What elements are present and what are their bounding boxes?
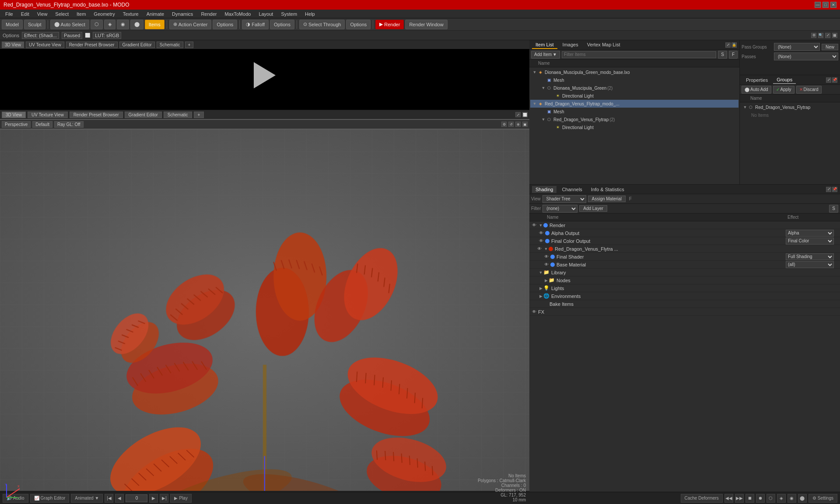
item-list-expand-icon[interactable]: ⤢ [725,42,731,48]
transport-prev-frame[interactable]: ◀ [115,494,124,503]
shader-bake-items[interactable]: 👁 Bake Items [529,300,840,308]
final-shader-select[interactable]: Full Shading [786,253,834,260]
tab-schematic[interactable]: Schematic [157,42,183,48]
mode-icon-2[interactable]: ◈ [104,20,116,29]
ray-gl-label[interactable]: Ray GL: Off [54,121,84,128]
render-window-btn[interactable]: Render Window [405,20,447,29]
tab-uv[interactable]: UV Texture View [26,42,64,48]
menu-help[interactable]: Help [301,10,318,18]
menu-view[interactable]: View [34,10,51,18]
shader-base-material[interactable]: 👁 Base Material (all) [529,261,840,269]
add-item-btn[interactable]: Add Item ▼ [531,51,560,59]
tree-group-1[interactable]: ▼ ⬡ Dionaea_Muscipula_Green (2) [530,84,738,92]
menu-maxtomodo[interactable]: MaxToModo [221,10,254,18]
tree-light-2[interactable]: ☀ Directional Light [530,123,738,131]
tab-3dview[interactable]: 3D View [2,42,24,48]
search-icon[interactable]: 🔍 [818,33,823,38]
s-shading-btn[interactable]: S [829,205,838,213]
select-through-btn[interactable]: ⊙ Select Through [299,20,345,29]
tab-channels[interactable]: Channels [558,186,585,193]
eye-base-material[interactable]: 👁 [543,262,550,268]
auto-select-btn[interactable]: ⬤ Auto Select [50,20,89,29]
expand-icon[interactable]: ⤢ [825,33,830,38]
camera-label[interactable]: Perspective [2,121,31,128]
menu-system[interactable]: System [277,10,301,18]
f-shading-btn[interactable]: F [629,196,632,201]
shader-nodes[interactable]: 👁 ▶ 📁 Nodes [529,276,840,284]
filter-select[interactable]: (none) [542,205,578,213]
tab-render-preset[interactable]: Render Preset Browser [66,42,118,48]
tab-gradient[interactable]: Gradient Editor [119,42,155,48]
expand-1[interactable]: ▼ [532,70,537,75]
menu-select[interactable]: Select [52,10,72,18]
tree-group-2[interactable]: ▼ ⬡ Red_Dragon_Venus_Flytrap (2) [530,116,738,123]
groups-pin-icon[interactable]: 📌 [832,77,837,83]
discard-btn[interactable]: ✕ Discard [796,86,822,94]
animated-btn[interactable]: Animated ▼ [71,494,103,503]
shader-final-color[interactable]: 👁 Final Color Output Final Color [529,237,840,245]
cache-deformers-btn[interactable]: Cache Deformers [681,494,723,503]
shader-final-shader[interactable]: 👁 Final Shader Full Shading [529,253,840,261]
tab-images[interactable]: Images [559,41,582,49]
viewport-3d[interactable]: 3D View UV Texture View Render Preset Br… [0,110,529,504]
f-btn[interactable]: F [729,51,738,59]
maximize-btn[interactable]: □ [822,2,829,8]
tab-add-view[interactable]: + [194,112,204,118]
tree-scene-2[interactable]: ▼ ◈ Red_Dragon_Venus_Flytrap_modo_... [530,100,738,108]
options1-btn[interactable]: Options [213,20,237,29]
tab-uv-texture[interactable]: UV Texture View [28,112,68,118]
viewport-fit-icon[interactable]: ▣ [522,122,528,127]
viewport-zoom-icon[interactable]: ⊕ [515,122,521,127]
animated-dropdown[interactable]: ▼ [95,496,99,500]
viewport-expand-icon[interactable]: ⤢ [515,112,521,117]
eye-final-color[interactable]: 👁 [538,238,544,244]
minimize-btn[interactable]: — [815,2,821,8]
menu-layout[interactable]: Layout [255,10,276,18]
frame-input[interactable] [126,494,147,502]
assign-material-btn[interactable]: Assign Material [588,196,626,202]
tree-scene-1[interactable]: ▼ ◈ Dionaea_Muscipula_Green_modo_base.lx… [530,68,738,76]
options3-btn[interactable]: Options [346,20,371,29]
auto-add-btn[interactable]: ⬤ Auto Add [742,86,771,94]
tree-mesh-1[interactable]: ▣ Mesh [530,76,738,84]
tab-plus[interactable]: + [185,42,194,48]
transport-skip-start[interactable]: |◀ [105,494,113,503]
sculpt-btn[interactable]: Sculpt [24,20,46,29]
action-center-btn[interactable]: ⊕ Action Center [169,20,212,29]
viewport-settings-icon[interactable]: ⚙ [501,122,507,127]
final-color-select[interactable]: Final Color [786,238,834,245]
lights-expand[interactable]: ▶ [538,286,543,291]
shader-red-dragon[interactable]: 👁 ▼ Red_Dragon_Venus_Flytra ... [529,245,840,253]
menu-texture[interactable]: Texture [119,10,142,18]
settings-btn[interactable]: ⚙ Settings [808,494,837,503]
shader-environments[interactable]: 👁 ▶ 🌐 Environments [529,292,840,300]
shader-library[interactable]: 👁 ▼ 📁 Library [529,269,840,276]
falloff-btn[interactable]: ◑ Falloff [242,20,269,29]
tab-properties[interactable]: Properties [742,77,771,84]
tree-light-1[interactable]: ☀ Directional Light [530,92,738,100]
mode-icon-d[interactable]: ⬤ [798,494,807,503]
group-expand-1[interactable]: ▼ [742,105,748,110]
alpha-effect-select[interactable]: Alpha [786,230,834,237]
menu-edit[interactable]: Edit [18,10,33,18]
shader-lights[interactable]: 👁 ▶ 💡 Lights [529,284,840,292]
window-controls[interactable]: — □ ✕ [815,2,836,8]
menu-animate[interactable]: Animate [143,10,168,18]
settings-icon[interactable]: ⚙ [811,33,816,38]
eye-render[interactable]: 👁 [531,222,537,228]
tab-gradient-editor[interactable]: Gradient Editor [125,112,162,118]
graph-editor-btn[interactable]: 📈 Graph Editor [30,494,70,503]
items-btn[interactable]: Items [145,20,164,29]
tab-render-presets[interactable]: Render Preset Browser [70,112,123,118]
menu-dynamics[interactable]: Dynamics [168,10,196,18]
groups-expand-icon[interactable]: ⤢ [826,77,831,83]
tab-schematic-view[interactable]: Schematic [164,112,192,118]
item-list-lock-icon[interactable]: 🔒 [732,42,737,48]
viewport-collapse-icon[interactable]: ⬜ [522,112,528,117]
transport-icon-3[interactable]: ⏹ [746,494,754,503]
tree-mesh-2[interactable]: ▣ Mesh [530,108,738,116]
model-btn[interactable]: Model [2,20,23,29]
close-btn[interactable]: ✕ [830,2,836,8]
menu-render[interactable]: Render [197,10,220,18]
shader-fx[interactable]: 👁 FX [529,308,840,316]
